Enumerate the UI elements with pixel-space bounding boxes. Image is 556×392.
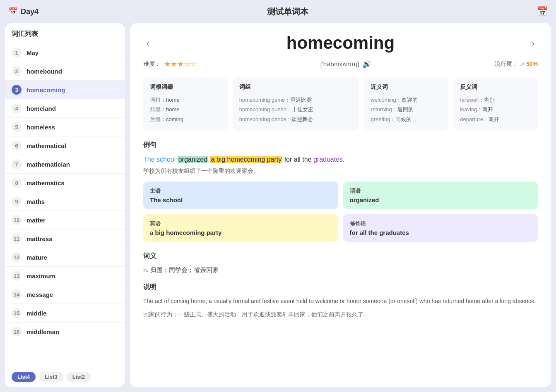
synonym-card-items: welcoming：欢迎的returning：返回的greeting：问候的: [371, 95, 442, 124]
object-label: 宾语: [150, 220, 332, 227]
header-left: 📅 Day4: [8, 7, 39, 16]
list-tab[interactable]: List4: [12, 372, 36, 382]
antonym-card-title: 反义词: [460, 84, 531, 91]
antonym-item: leaving：离开: [460, 105, 531, 114]
word-label: May: [26, 49, 39, 56]
word-num: 15: [12, 308, 22, 318]
word-num: 11: [12, 234, 22, 244]
phrase-card-items: homecoming game：重返比赛homecoming queen：十佳女…: [239, 95, 353, 124]
word-num: 12: [12, 252, 22, 262]
sentence-part-1: The school: [143, 156, 178, 163]
word-list-item[interactable]: 13 maximum: [5, 267, 125, 285]
word-list-item[interactable]: 15 middle: [5, 304, 125, 323]
object-card: 宾语 a big homecoming party: [143, 214, 338, 242]
sidebar: 词汇列表 1 May 2 homebound 3 homecoming 4 ho…: [5, 23, 125, 387]
predicate-value: organized: [350, 196, 532, 203]
word-num: 1: [12, 48, 22, 57]
word-list-item[interactable]: 10 matter: [5, 211, 125, 229]
modifier-label: 修饰语: [350, 220, 532, 227]
word-num: 6: [12, 141, 22, 151]
calendar-icon: 📅: [8, 7, 17, 16]
modifier-card: 修饰语 for all the graduates: [343, 214, 538, 242]
word-label: mathematical: [26, 142, 66, 149]
word-list-item[interactable]: 8 mathematics: [5, 174, 125, 192]
sentence-part-6: graduates: [313, 156, 343, 163]
phrase-item: homecoming queen：十佳女王: [239, 105, 353, 114]
sentence-part-4: a big homecoming party: [210, 156, 282, 163]
next-word-button[interactable]: ›: [528, 37, 538, 50]
word-list-item[interactable]: 6 mathematical: [5, 136, 125, 155]
modifier-value: for all the graduates: [350, 229, 532, 236]
word-num: 13: [12, 271, 22, 281]
notes-english: The act of coming home; a usually formal…: [143, 296, 538, 306]
root-item: 前缀：home: [150, 105, 221, 114]
word-label: homebound: [26, 68, 62, 75]
predicate-label: 谓语: [350, 187, 532, 195]
word-title: homecoming: [286, 33, 395, 53]
word-num: 16: [12, 327, 22, 337]
definition-text: n. 归国；同学会；省亲回家: [143, 265, 538, 275]
popularity-label: 流行度：: [495, 60, 518, 68]
word-list-item[interactable]: 7 mathematician: [5, 155, 125, 174]
word-list-item[interactable]: 9 maths: [5, 192, 125, 211]
phrase-item: homecoming game：重返比赛: [239, 95, 353, 105]
word-num: 14: [12, 289, 22, 299]
word-list-item[interactable]: 12 mature: [5, 248, 125, 267]
main-layout: 词汇列表 1 May 2 homebound 3 homecoming 4 ho…: [0, 23, 556, 392]
definition-section-title: 词义: [143, 252, 538, 261]
word-list: 1 May 2 homebound 3 homecoming 4 homelan…: [5, 43, 125, 368]
word-label: middle: [26, 310, 46, 317]
phrase-item: homecoming dance：欢迎舞会: [239, 115, 353, 124]
notes-section-title: 说明: [143, 283, 538, 292]
phrase-card: 词组 homecoming game：重返比赛homecoming queen：…: [233, 77, 359, 131]
word-num: 2: [12, 66, 22, 76]
word-phonetic: ['həʊmkʌmɪŋ] 🔊: [320, 60, 371, 69]
antonym-card-items: farewell：告别leaving：离开departure：离开: [460, 95, 531, 124]
day-label: Day4: [21, 7, 39, 16]
word-label: maths: [26, 198, 45, 205]
popularity-icon: ↗: [520, 61, 525, 67]
antonym-item: departure：离开: [460, 115, 531, 124]
prev-word-button[interactable]: ‹: [143, 37, 153, 50]
subject-label: 主语: [150, 187, 332, 195]
word-label: homeless: [26, 124, 55, 131]
analysis-grid: 主语 The school 谓语 organized 宾语 a big home…: [143, 182, 538, 242]
root-card-items: 词根：home前缀：home后缀：coming: [150, 95, 221, 124]
sidebar-title: 词汇列表: [5, 30, 125, 43]
list-tab[interactable]: List2: [67, 372, 91, 382]
header-calendar-icon[interactable]: 📅: [537, 6, 548, 17]
word-label: middleman: [26, 328, 59, 335]
word-list-item[interactable]: 4 homeland: [5, 99, 125, 118]
word-label: homecoming: [26, 86, 65, 93]
root-item: 词根：home: [150, 95, 221, 105]
sentence-part-7: .: [343, 156, 344, 163]
root-card: 词根词缀 词根：home前缀：home后缀：coming: [143, 77, 228, 131]
word-num: 4: [12, 103, 22, 113]
word-list-item[interactable]: 1 May: [5, 43, 125, 62]
word-difficulty: 难度： ★★★☆☆: [143, 60, 197, 69]
word-label: mathematician: [26, 161, 70, 168]
word-list-item[interactable]: 16 middleman: [5, 323, 125, 341]
word-label: matter: [26, 217, 46, 224]
list-tab[interactable]: List3: [39, 372, 63, 382]
sidebar-footer: List4List3List2: [5, 368, 125, 384]
sentence-part-5: for all the: [282, 156, 313, 163]
example-sentence: The school organized a big homecoming pa…: [143, 154, 538, 165]
antonym-card: 反义词 farewell：告别leaving：离开departure：离开: [453, 77, 538, 131]
header: 📅 Day4 测试单词本 📅: [0, 0, 556, 23]
root-item: 后缀：coming: [150, 115, 221, 124]
word-list-item[interactable]: 2 homebound: [5, 62, 125, 81]
word-num: 9: [12, 196, 22, 206]
subject-value: The school: [150, 196, 332, 203]
example-translation: 学校为所有校友组织了一个隆重的欢迎聚会。: [143, 167, 538, 175]
word-list-item[interactable]: 14 message: [5, 285, 125, 304]
audio-button[interactable]: 🔊: [362, 60, 371, 69]
word-list-item[interactable]: 5 homeless: [5, 118, 125, 136]
notes-chinese: 回家的行为；一些正式、盛大的活动，用于欢迎或颁奖犭羊回家，他们之前离开很久了。: [143, 310, 538, 320]
header-right: 📅: [537, 6, 548, 17]
antonym-item: farewell：告别: [460, 95, 531, 105]
phrase-card-title: 词组: [239, 84, 353, 91]
word-list-item[interactable]: 3 homecoming: [5, 81, 125, 99]
word-num: 5: [12, 122, 22, 132]
word-list-item[interactable]: 11 mattress: [5, 229, 125, 248]
